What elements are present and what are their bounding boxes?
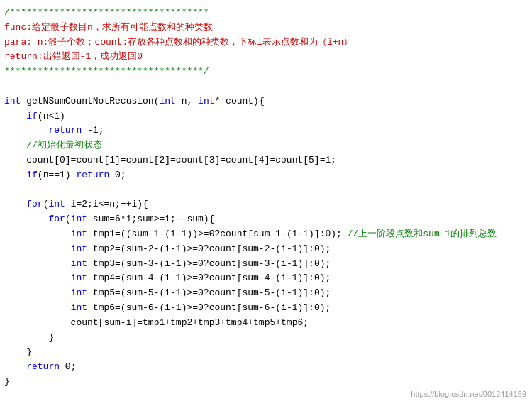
code-line-14: for(int i=2;i<=n;++i){ (4, 197, 528, 212)
code-line-11: count[0]=count[1]=count[2]=count[3]=coun… (4, 153, 528, 168)
code-line-13 (4, 183, 528, 198)
code-line-16: int tmp1=((sum-1-(i-1))>=0?count[sum-1-(… (4, 227, 528, 242)
code-line-23: } (4, 331, 528, 346)
code-block: /************************************ fu… (0, 0, 532, 406)
code-line-19: int tmp4=(sum-4-(i-1)>=0?count[sum-4-(i-… (4, 271, 528, 286)
code-line-20: int tmp5=(sum-5-(i-1)>=0?count[sum-5-(i-… (4, 286, 528, 301)
code-line-9: return -1; (4, 124, 528, 138)
code-line-15: for(int sum=6*i;sum>=i;--sum){ (4, 212, 528, 227)
code-line-26: } (4, 375, 528, 390)
watermark: https://blog.csdn.net/0012414159 (411, 388, 526, 400)
code-line-10: //初始化最初状态 (4, 138, 528, 153)
code-line-18: int tmp3=(sum-3-(i-1)>=0?count[sum-3-(i-… (4, 257, 528, 272)
code-line-22: count[sum-i]=tmp1+tmp2+tmp3+tmp4+tmp5+tm… (4, 316, 528, 331)
code-line-21: int tmp6=(sum-6-(i-1)>=0?count[sum-6-(i-… (4, 301, 528, 316)
code-line-1: /************************************ (4, 6, 528, 21)
code-line-3: para: n:骰子个数；count:存放各种点数和的种类数，下标i表示点数和为… (4, 35, 528, 50)
code-line-17: int tmp2=(sum-2-(i-1)>=0?count[sum-2-(i-… (4, 242, 528, 257)
code-line-25: return 0; (4, 360, 528, 375)
code-line-6 (4, 79, 528, 94)
code-line-24: } (4, 345, 528, 360)
code-line-2: func:给定骰子数目n，求所有可能点数和的种类数 (4, 21, 528, 35)
code-line-5: ************************************/ (4, 65, 528, 79)
code-line-4: return:出错返回-1，成功返回0 (4, 50, 528, 65)
code-line-7: int getNSumCountNotRecusion(int n, int* … (4, 94, 528, 109)
code-line-8: if(n<1) (4, 109, 528, 124)
code-line-12: if(n==1) return 0; (4, 168, 528, 183)
